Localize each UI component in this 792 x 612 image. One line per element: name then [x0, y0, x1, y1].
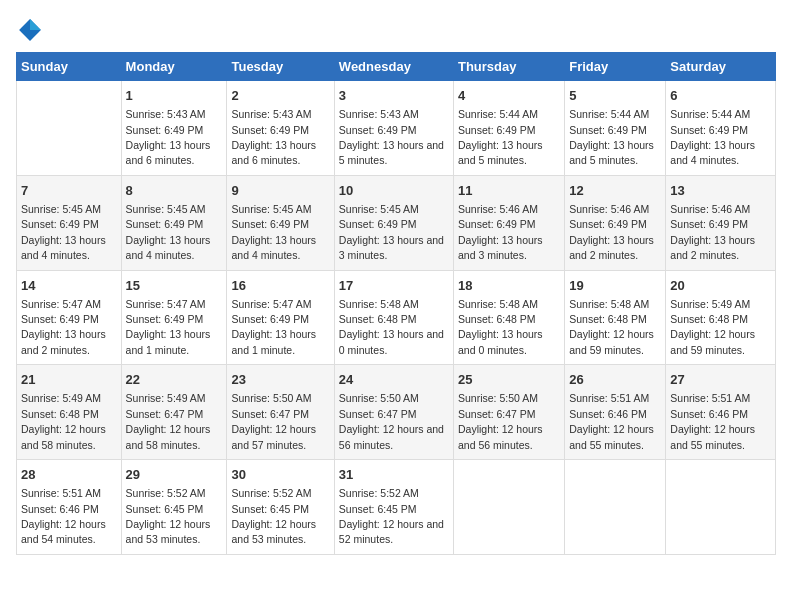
cell-sunset: Sunset: 6:49 PM — [126, 218, 204, 230]
day-number: 4 — [458, 87, 560, 105]
calendar-week-row: 28Sunrise: 5:51 AMSunset: 6:46 PMDayligh… — [17, 460, 776, 555]
cell-daylight: Daylight: 13 hours and 5 minutes. — [458, 139, 543, 166]
header-day-saturday: Saturday — [666, 53, 776, 81]
calendar-cell: 27Sunrise: 5:51 AMSunset: 6:46 PMDayligh… — [666, 365, 776, 460]
calendar-cell — [666, 460, 776, 555]
calendar-cell: 11Sunrise: 5:46 AMSunset: 6:49 PMDayligh… — [453, 175, 564, 270]
cell-sunset: Sunset: 6:49 PM — [339, 124, 417, 136]
day-number: 11 — [458, 182, 560, 200]
cell-daylight: Daylight: 12 hours and 59 minutes. — [670, 328, 755, 355]
header-day-tuesday: Tuesday — [227, 53, 334, 81]
cell-sunrise: Sunrise: 5:52 AM — [126, 487, 206, 499]
cell-sunrise: Sunrise: 5:48 AM — [569, 298, 649, 310]
cell-sunset: Sunset: 6:45 PM — [339, 503, 417, 515]
calendar-week-row: 14Sunrise: 5:47 AMSunset: 6:49 PMDayligh… — [17, 270, 776, 365]
calendar-cell: 18Sunrise: 5:48 AMSunset: 6:48 PMDayligh… — [453, 270, 564, 365]
cell-sunrise: Sunrise: 5:51 AM — [569, 392, 649, 404]
cell-sunrise: Sunrise: 5:49 AM — [670, 298, 750, 310]
cell-sunrise: Sunrise: 5:45 AM — [231, 203, 311, 215]
cell-daylight: Daylight: 13 hours and 3 minutes. — [339, 234, 444, 261]
cell-sunrise: Sunrise: 5:52 AM — [339, 487, 419, 499]
cell-sunrise: Sunrise: 5:47 AM — [21, 298, 101, 310]
cell-sunrise: Sunrise: 5:48 AM — [339, 298, 419, 310]
day-number: 17 — [339, 277, 449, 295]
calendar-cell: 2Sunrise: 5:43 AMSunset: 6:49 PMDaylight… — [227, 81, 334, 176]
day-number: 19 — [569, 277, 661, 295]
day-number: 24 — [339, 371, 449, 389]
day-number: 8 — [126, 182, 223, 200]
cell-daylight: Daylight: 12 hours and 54 minutes. — [21, 518, 106, 545]
calendar-cell: 8Sunrise: 5:45 AMSunset: 6:49 PMDaylight… — [121, 175, 227, 270]
day-number: 30 — [231, 466, 329, 484]
svg-marker-1 — [30, 19, 41, 30]
day-number: 7 — [21, 182, 117, 200]
cell-sunrise: Sunrise: 5:43 AM — [339, 108, 419, 120]
cell-sunset: Sunset: 6:49 PM — [458, 124, 536, 136]
cell-sunrise: Sunrise: 5:47 AM — [231, 298, 311, 310]
header-day-monday: Monday — [121, 53, 227, 81]
cell-daylight: Daylight: 13 hours and 6 minutes. — [231, 139, 316, 166]
cell-sunrise: Sunrise: 5:45 AM — [21, 203, 101, 215]
cell-sunset: Sunset: 6:45 PM — [126, 503, 204, 515]
cell-sunset: Sunset: 6:47 PM — [458, 408, 536, 420]
cell-sunset: Sunset: 6:45 PM — [231, 503, 309, 515]
cell-sunset: Sunset: 6:49 PM — [569, 124, 647, 136]
calendar-cell: 10Sunrise: 5:45 AMSunset: 6:49 PMDayligh… — [334, 175, 453, 270]
day-number: 28 — [21, 466, 117, 484]
calendar-cell — [17, 81, 122, 176]
calendar-week-row: 21Sunrise: 5:49 AMSunset: 6:48 PMDayligh… — [17, 365, 776, 460]
cell-sunrise: Sunrise: 5:49 AM — [126, 392, 206, 404]
day-number: 9 — [231, 182, 329, 200]
cell-sunrise: Sunrise: 5:46 AM — [670, 203, 750, 215]
day-number: 26 — [569, 371, 661, 389]
cell-daylight: Daylight: 13 hours and 5 minutes. — [569, 139, 654, 166]
cell-sunrise: Sunrise: 5:43 AM — [231, 108, 311, 120]
logo — [16, 16, 48, 44]
cell-daylight: Daylight: 12 hours and 59 minutes. — [569, 328, 654, 355]
cell-sunset: Sunset: 6:49 PM — [21, 218, 99, 230]
cell-sunrise: Sunrise: 5:49 AM — [21, 392, 101, 404]
cell-sunset: Sunset: 6:48 PM — [458, 313, 536, 325]
cell-sunrise: Sunrise: 5:48 AM — [458, 298, 538, 310]
cell-sunrise: Sunrise: 5:52 AM — [231, 487, 311, 499]
cell-sunrise: Sunrise: 5:50 AM — [339, 392, 419, 404]
cell-daylight: Daylight: 13 hours and 1 minute. — [126, 328, 211, 355]
cell-daylight: Daylight: 12 hours and 55 minutes. — [670, 423, 755, 450]
cell-daylight: Daylight: 12 hours and 55 minutes. — [569, 423, 654, 450]
cell-sunset: Sunset: 6:49 PM — [670, 124, 748, 136]
cell-daylight: Daylight: 13 hours and 4 minutes. — [231, 234, 316, 261]
cell-sunset: Sunset: 6:48 PM — [670, 313, 748, 325]
cell-sunset: Sunset: 6:49 PM — [670, 218, 748, 230]
cell-daylight: Daylight: 13 hours and 5 minutes. — [339, 139, 444, 166]
cell-daylight: Daylight: 12 hours and 53 minutes. — [231, 518, 316, 545]
calendar-cell: 22Sunrise: 5:49 AMSunset: 6:47 PMDayligh… — [121, 365, 227, 460]
cell-daylight: Daylight: 13 hours and 0 minutes. — [339, 328, 444, 355]
cell-sunset: Sunset: 6:49 PM — [339, 218, 417, 230]
cell-sunset: Sunset: 6:49 PM — [458, 218, 536, 230]
cell-sunrise: Sunrise: 5:45 AM — [339, 203, 419, 215]
cell-sunset: Sunset: 6:48 PM — [569, 313, 647, 325]
page-header — [16, 16, 776, 44]
cell-sunset: Sunset: 6:49 PM — [231, 124, 309, 136]
cell-daylight: Daylight: 12 hours and 56 minutes. — [339, 423, 444, 450]
calendar-cell: 16Sunrise: 5:47 AMSunset: 6:49 PMDayligh… — [227, 270, 334, 365]
cell-daylight: Daylight: 13 hours and 0 minutes. — [458, 328, 543, 355]
day-number: 1 — [126, 87, 223, 105]
cell-sunrise: Sunrise: 5:44 AM — [458, 108, 538, 120]
calendar-cell: 30Sunrise: 5:52 AMSunset: 6:45 PMDayligh… — [227, 460, 334, 555]
calendar-cell: 12Sunrise: 5:46 AMSunset: 6:49 PMDayligh… — [565, 175, 666, 270]
cell-sunrise: Sunrise: 5:45 AM — [126, 203, 206, 215]
day-number: 23 — [231, 371, 329, 389]
day-number: 27 — [670, 371, 771, 389]
calendar-week-row: 1Sunrise: 5:43 AMSunset: 6:49 PMDaylight… — [17, 81, 776, 176]
cell-daylight: Daylight: 13 hours and 1 minute. — [231, 328, 316, 355]
cell-daylight: Daylight: 13 hours and 3 minutes. — [458, 234, 543, 261]
calendar-cell: 7Sunrise: 5:45 AMSunset: 6:49 PMDaylight… — [17, 175, 122, 270]
day-number: 29 — [126, 466, 223, 484]
cell-sunrise: Sunrise: 5:44 AM — [670, 108, 750, 120]
calendar-cell — [565, 460, 666, 555]
calendar-cell: 24Sunrise: 5:50 AMSunset: 6:47 PMDayligh… — [334, 365, 453, 460]
cell-sunset: Sunset: 6:49 PM — [126, 124, 204, 136]
calendar-cell: 13Sunrise: 5:46 AMSunset: 6:49 PMDayligh… — [666, 175, 776, 270]
cell-sunset: Sunset: 6:49 PM — [231, 218, 309, 230]
